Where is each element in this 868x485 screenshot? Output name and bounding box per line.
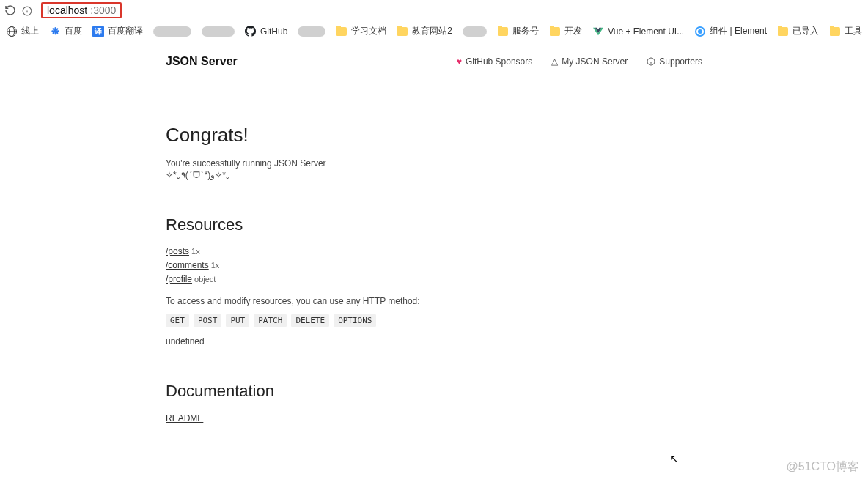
- reload-icon[interactable]: [4, 4, 16, 16]
- resource-count: 1x: [191, 247, 200, 256]
- access-description: To access and modify resources, you can …: [166, 296, 702, 306]
- method-get: GET: [166, 314, 189, 327]
- method-delete: DELETE: [291, 314, 329, 327]
- globe-icon: [7, 26, 17, 37]
- bookmark-edu-site[interactable]: 教育网站2: [397, 25, 452, 37]
- vue-icon: [592, 26, 604, 37]
- resource-line: /profileobject: [166, 274, 702, 284]
- bookmark-label: 开发: [564, 25, 582, 37]
- method-put: PUT: [226, 314, 249, 327]
- bookmark-imported[interactable]: 已导入: [777, 25, 819, 37]
- bookmark-element-component[interactable]: 组件 | Element: [694, 25, 767, 37]
- congrats-subtitle: You're successfully running JSON Server: [166, 157, 702, 170]
- resource-link-profile[interactable]: /profile: [166, 274, 192, 284]
- http-methods: GET POST PUT PATCH DELETE OPTIONS: [166, 314, 702, 327]
- main-content: Congrats! You're successfully running JS…: [163, 81, 705, 423]
- flame-icon: △: [551, 56, 558, 67]
- bookmark-label: 百度: [65, 25, 82, 37]
- undefined-text: undefined: [166, 336, 702, 347]
- info-icon[interactable]: [22, 6, 31, 15]
- link-supporters[interactable]: Supporters: [647, 56, 702, 67]
- github-icon: [245, 26, 257, 37]
- bookmark-label: 教育网站2: [412, 25, 452, 37]
- bookmark-online[interactable]: 线上: [6, 25, 39, 37]
- bookmark-label: 工具: [845, 25, 862, 37]
- folder-icon: [397, 27, 408, 36]
- folder-icon: [550, 27, 560, 36]
- link-label: GitHub Sponsors: [466, 56, 532, 67]
- resource-count: object: [194, 275, 216, 284]
- congrats-heading: Congrats!: [166, 124, 702, 147]
- bookmark-service[interactable]: 服务号: [497, 25, 539, 37]
- url-port: :3000: [90, 4, 116, 16]
- redacted-bookmark: [202, 26, 235, 37]
- link-label: Supporters: [659, 56, 702, 67]
- svg-point-1: [647, 58, 655, 65]
- page-header: JSON Server ♥GitHub Sponsors △My JSON Se…: [0, 42, 868, 81]
- congrats-kaomoji: ✧*｡٩(ˊᗜˋ*)و✧*｡: [166, 170, 702, 180]
- folder-icon: [498, 27, 508, 36]
- folder-icon: [778, 27, 788, 36]
- link-label: My JSON Server: [562, 56, 628, 67]
- method-options: OPTIONS: [334, 314, 376, 327]
- bookmark-dev[interactable]: 开发: [549, 25, 582, 37]
- url-host: localhost: [47, 4, 87, 16]
- resource-link-posts[interactable]: /posts: [166, 246, 189, 256]
- url-input[interactable]: localhost:3000: [41, 2, 122, 18]
- element-icon: [695, 26, 705, 37]
- resources-heading: Resources: [166, 215, 702, 234]
- smile-icon: [647, 57, 655, 66]
- bookmark-label: 已导入: [792, 25, 819, 37]
- bookmark-label: 组件 | Element: [710, 25, 767, 37]
- bookmark-label: Vue + Element UI...: [608, 26, 684, 37]
- bookmark-study-docs[interactable]: 学习文档: [336, 25, 386, 37]
- bookmark-vue-element[interactable]: Vue + Element UI...: [592, 26, 684, 37]
- cursor-icon: ↖: [669, 452, 679, 466]
- resource-count: 1x: [211, 261, 220, 270]
- link-my-json-server[interactable]: △My JSON Server: [551, 56, 628, 67]
- bookmark-baidu[interactable]: ❋百度: [49, 25, 82, 37]
- method-post: POST: [194, 314, 222, 327]
- header-links: ♥GitHub Sponsors △My JSON Server Support…: [457, 56, 702, 67]
- bookmark-label: 线上: [21, 25, 39, 37]
- bookmark-baidu-translate[interactable]: 译百度翻译: [92, 25, 143, 37]
- resource-link-comments[interactable]: /comments: [166, 260, 209, 270]
- bookmark-label: 百度翻译: [108, 25, 143, 37]
- method-patch: PATCH: [254, 314, 287, 327]
- bookmark-github[interactable]: GitHub: [245, 26, 287, 37]
- readme-link[interactable]: README: [166, 413, 203, 423]
- folder-icon: [830, 27, 840, 36]
- documentation-heading: Documentation: [166, 382, 702, 401]
- redacted-bookmark: [463, 26, 487, 37]
- bookmark-tools[interactable]: 工具: [829, 25, 862, 37]
- heart-icon: ♥: [457, 56, 462, 67]
- bookmark-label: 学习文档: [351, 25, 386, 37]
- link-github-sponsors[interactable]: ♥GitHub Sponsors: [457, 56, 533, 67]
- resource-line: /posts1x: [166, 246, 702, 256]
- baidu-icon: ❋: [49, 26, 61, 37]
- bookmarks-bar: 线上 ❋百度 译百度翻译 GitHub 学习文档 教育网站2 服务号 开发 Vu…: [0, 21, 868, 42]
- bookmark-label: GitHub: [260, 26, 287, 37]
- redacted-bookmark: [153, 26, 191, 37]
- site-title: JSON Server: [166, 55, 238, 68]
- resource-line: /comments1x: [166, 260, 702, 270]
- folder-icon: [336, 27, 347, 36]
- redacted-bookmark: [298, 26, 326, 37]
- translate-icon: 译: [92, 26, 104, 37]
- address-bar: localhost:3000: [0, 0, 868, 21]
- watermark: @51CTO博客: [786, 459, 859, 475]
- bookmark-label: 服务号: [512, 25, 539, 37]
